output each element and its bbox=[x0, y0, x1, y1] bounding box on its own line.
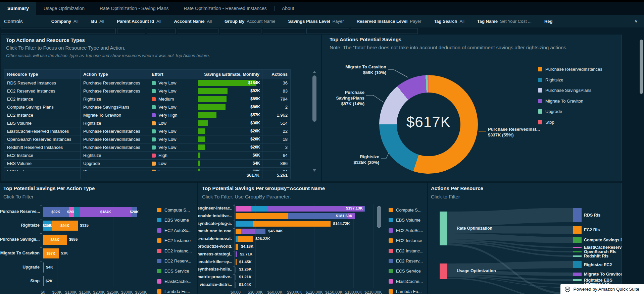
legend-item-ec2-reserv-[interactable]: EC2 Reserv... bbox=[157, 258, 191, 263]
bar-upgrade[interactable] bbox=[43, 262, 44, 273]
bar-migrate-to-graviton[interactable]: $57K bbox=[43, 248, 59, 258]
sankey-node-opensearch-ris[interactable] bbox=[573, 251, 582, 252]
table-scrollbar-thumb[interactable] bbox=[312, 75, 316, 122]
table-row[interactable]: EBS VolumeUpgradeLow$4K886 bbox=[4, 160, 291, 168]
chevron-down-icon[interactable]: ∨ bbox=[634, 19, 638, 23]
bar-synthesize-holis-[interactable] bbox=[236, 267, 236, 273]
control-dropdown-box[interactable] bbox=[147, 28, 176, 34]
legend-item-ec2-instance[interactable]: EC2 Instance bbox=[157, 238, 191, 243]
table-row[interactable]: EC2 InstanceRightsizeHigh$6K64 bbox=[4, 152, 291, 160]
sankey-node-ec2-ris[interactable] bbox=[573, 226, 582, 234]
bar-stop[interactable] bbox=[43, 276, 44, 286]
scroll-down-icon[interactable] bbox=[313, 169, 316, 172]
sankey-node-rightsize-ec2[interactable] bbox=[573, 261, 582, 268]
legend-item-ec2-instance[interactable]: EC2 Instance bbox=[389, 238, 422, 243]
scroll-up-icon[interactable] bbox=[313, 71, 316, 73]
control-dropdown-box[interactable] bbox=[306, 28, 349, 34]
bar-harness-strategi-[interactable] bbox=[236, 251, 237, 257]
x-axis-tick: $200K bbox=[93, 290, 105, 294]
bar-matrix-proactive-[interactable] bbox=[236, 275, 236, 280]
sankey-node-rds-ris[interactable] bbox=[573, 208, 582, 222]
bar-visualize-distri-[interactable] bbox=[236, 282, 236, 288]
legend-item-ebs-volume[interactable]: EBS Volume bbox=[157, 218, 189, 223]
table-row[interactable]: EC2 InstanceRightsizeMedium$89K794 bbox=[4, 95, 291, 103]
sankey-node-migrate-to-graviton[interactable] bbox=[573, 273, 582, 276]
legend-item-compute-s-[interactable]: Compute S... bbox=[157, 208, 190, 213]
table-row[interactable]: EC2 InstanceMigrate To GravitonVery High… bbox=[4, 111, 291, 119]
control-dropdown-box[interactable] bbox=[263, 28, 305, 34]
sankey-node-label: Compute Savings Pl bbox=[584, 238, 622, 242]
chart-scrollbar-thumb[interactable] bbox=[377, 206, 381, 228]
filter-parent-account-id[interactable]: Parent Account IdAll bbox=[117, 19, 161, 24]
legend-item-ec2-reserv-[interactable]: EC2 Reserv... bbox=[389, 258, 423, 263]
control-dropdown-box[interactable] bbox=[220, 28, 261, 34]
sankey-node-redshift-ris[interactable] bbox=[573, 255, 582, 257]
control-dropdown-box[interactable] bbox=[117, 28, 145, 34]
legend-item-compute-s-[interactable]: Compute S... bbox=[389, 208, 422, 213]
tab-rate-optimization-reserved-instances[interactable]: Rate Optimization - Reserved Instances bbox=[176, 2, 274, 15]
legend-item-ec2-autosc-[interactable]: EC2 AutoSc... bbox=[157, 228, 192, 233]
bar-syndicate-plug-a-[interactable] bbox=[236, 221, 331, 227]
bar-purchase-savings-[interactable]: $86K bbox=[43, 235, 67, 245]
filter-reserved-instance-level[interactable]: Reserved Instance LevelPayer bbox=[357, 19, 422, 24]
table-row[interactable]: EBS VolumeRightsizeLow$30K514 bbox=[4, 119, 291, 127]
legend-item-ec2-autosc-[interactable]: EC2 AutoSc... bbox=[389, 228, 423, 233]
legend-item-elasticache-[interactable]: ElastiCache... bbox=[389, 279, 423, 284]
table-row[interactable]: ElastiCacheReserved InstancesPurchase Re… bbox=[4, 127, 291, 135]
filter-company[interactable]: CompanyAll bbox=[51, 19, 79, 24]
legend-item-ec2-instanc-[interactable]: EC2 Instanc... bbox=[157, 248, 192, 253]
filter-value: All bbox=[73, 19, 78, 24]
table-row[interactable]: EBS InstanceStopLow$2K24 bbox=[4, 168, 291, 171]
legend-item-elasticache-[interactable]: ElastiCache... bbox=[157, 279, 191, 284]
tab-rate-optimization-saving-plans[interactable]: Rate Optimization - Saving Plans bbox=[92, 2, 176, 15]
legend-item-purchase-reservedinstances[interactable]: Purchase ReservedInstances bbox=[538, 67, 602, 72]
legend-item-stop[interactable]: Stop bbox=[538, 120, 554, 125]
legend-item-purchase-savingsplans[interactable]: Purchase SavingsPlans bbox=[538, 88, 591, 93]
cell-actions-count: 514 bbox=[262, 119, 291, 127]
bar-rightsize[interactable]: $30K$1$94K bbox=[43, 221, 78, 231]
legend-item-rightsize[interactable]: Rightsize bbox=[538, 77, 563, 82]
bar-total-value: $4.18K bbox=[241, 244, 253, 248]
tab-about[interactable]: About bbox=[275, 2, 302, 15]
filter-savings-plans-level[interactable]: Savings Plans LevelPayer bbox=[288, 19, 344, 24]
control-dropdown-box[interactable] bbox=[1, 28, 116, 34]
tab-usage-optimization[interactable]: Usage Optimization bbox=[36, 2, 92, 15]
legend-label: ElastiCache... bbox=[164, 279, 191, 284]
page-scrollbar-thumb[interactable] bbox=[640, 40, 643, 94]
control-dropdown-box[interactable] bbox=[351, 28, 418, 34]
sankey-node-compute-savings-pl[interactable] bbox=[573, 237, 582, 243]
bar-mesh-one-to-one-[interactable] bbox=[236, 229, 265, 234]
filter-reg[interactable]: Reg bbox=[544, 19, 553, 24]
table-row[interactable]: RDS Reserved InstancesPurchase ReservedI… bbox=[4, 79, 291, 87]
tab-summary[interactable]: Summary bbox=[0, 2, 36, 15]
table-row[interactable]: Redshift Reserved InstancesPurchase Rese… bbox=[4, 143, 291, 152]
legend-item-ec2-instanc-[interactable]: EC2 Instanc... bbox=[389, 248, 424, 253]
filter-tag-name[interactable]: Tag NameSet Your Cost ... bbox=[477, 19, 532, 24]
sankey-link[interactable] bbox=[447, 208, 573, 226]
table-row[interactable]: EC2 Reserved InstancesPurchase ReservedI… bbox=[4, 87, 291, 95]
legend-item-lambda-fu-[interactable]: Lambda Fu... bbox=[157, 289, 190, 294]
bar-e-enable-innovat-[interactable] bbox=[236, 236, 253, 242]
sankey-node-elasticachereserved[interactable] bbox=[573, 247, 582, 248]
sankey-link[interactable] bbox=[447, 277, 573, 288]
sankey-node-rightsize-ebs[interactable] bbox=[573, 279, 582, 281]
sankey-node-rate-optimization[interactable] bbox=[440, 212, 447, 245]
filter-tag-search[interactable]: Tag SearchAll bbox=[434, 19, 464, 24]
bar-purchase-reserve-[interactable]: $92K$20K$184K$20K bbox=[43, 207, 137, 217]
filter-account-name[interactable]: Account NameAll bbox=[174, 19, 212, 24]
legend-item-lambda-fu-[interactable]: Lambda Fu... bbox=[389, 289, 422, 294]
legend-item-ebs-volume[interactable]: EBS Volume bbox=[389, 218, 420, 223]
legend-item-migrate-to-graviton[interactable]: Migrate To Graviton bbox=[538, 99, 583, 104]
legend-item-ecs-service[interactable]: ECS Service bbox=[157, 269, 189, 274]
legend-item-upgrade[interactable]: Upgrade bbox=[538, 109, 562, 114]
legend-item-ecs-service[interactable]: ECS Service bbox=[389, 269, 421, 274]
table-row[interactable]: Compute Savings PlansPurchase SavingsPla… bbox=[4, 103, 291, 111]
bar-enable-killer-ey-[interactable] bbox=[236, 259, 237, 265]
bar-productize-world-[interactable] bbox=[236, 244, 238, 250]
control-dropdown-box[interactable] bbox=[177, 28, 218, 34]
quick-suite-logo-icon bbox=[564, 286, 571, 292]
sankey-node-usage-optimization[interactable] bbox=[440, 263, 447, 279]
filter-bu[interactable]: BuAll bbox=[91, 19, 104, 24]
filter-group-by[interactable]: Group ByAccount Name bbox=[225, 19, 276, 24]
table-row[interactable]: OpenSearch Reserved InstancesPurchase Re… bbox=[4, 135, 291, 143]
